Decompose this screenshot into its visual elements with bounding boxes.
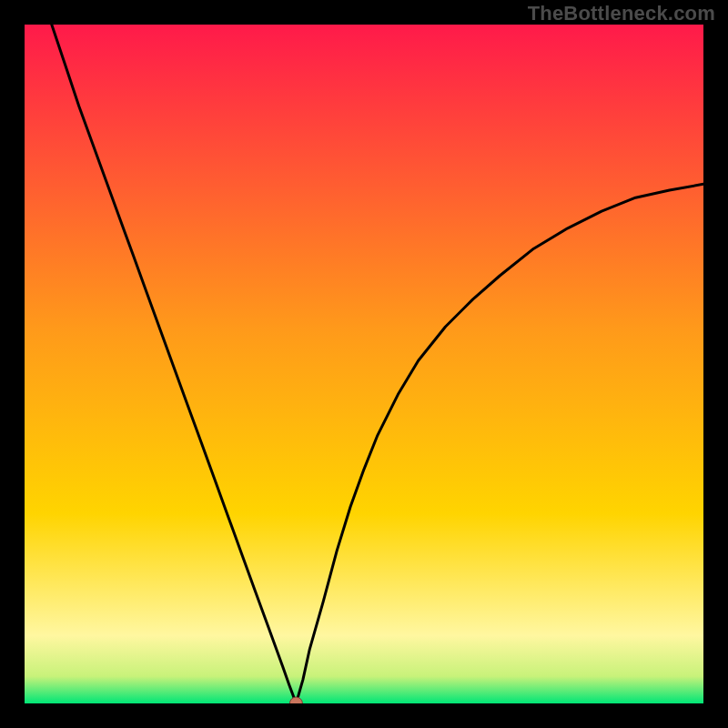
chart-frame: TheBottleneck.com [0,0,728,728]
gradient-background [25,25,703,703]
chart-svg [25,25,703,703]
plot-area [25,25,703,703]
watermark-label: TheBottleneck.com [528,2,715,25]
